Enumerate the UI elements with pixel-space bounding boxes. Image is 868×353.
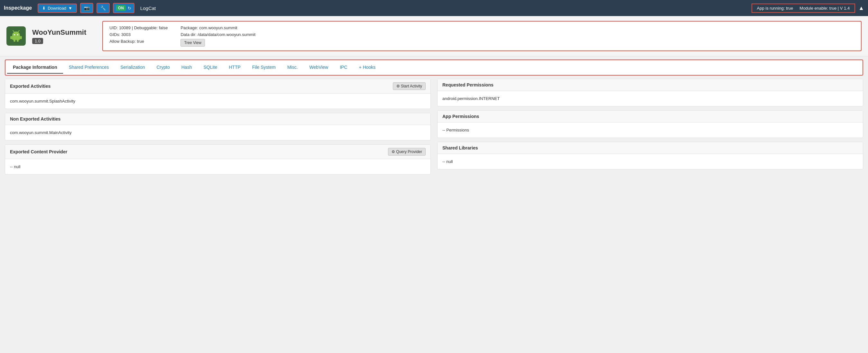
list-item: -- null <box>442 158 858 165</box>
list-item: -- Permissions <box>442 126 858 134</box>
list-item: com.wooyun.summit.SplashActivity <box>10 97 426 105</box>
app-running-status: App is running: true <box>757 6 793 10</box>
logcat-button[interactable]: LogCat <box>138 4 158 12</box>
section-title-exported-content-provider: Exported Content Provider <box>10 149 67 154</box>
section-non-exported-activities: Non Exported Activitiescom.wooyun.summit… <box>5 113 431 140</box>
app-icon <box>6 26 26 46</box>
collapse-button[interactable]: ▲ <box>858 5 864 11</box>
section-content-exported-activities: com.wooyun.summit.SplashActivity <box>5 94 430 109</box>
content-area: Exported Activities⚙ Start Activitycom.w… <box>0 79 868 179</box>
app-details-box: UID: 10089 | Debuggable: false GIDs: 300… <box>102 21 862 51</box>
section-exported-content-provider: Exported Content Provider⚙ Query Provide… <box>5 145 431 174</box>
svg-rect-7 <box>20 36 22 39</box>
tab-shared-preferences[interactable]: Shared Preferences <box>63 61 115 74</box>
section-title-shared-libraries: Shared Libraries <box>442 145 478 151</box>
section-title-non-exported-activities: Non Exported Activities <box>10 117 60 122</box>
section-title-requested-permissions: Requested Permissions <box>442 82 494 88</box>
tab---hooks[interactable]: + Hooks <box>353 61 381 74</box>
app-gids: GIDs: 3003 <box>110 32 167 37</box>
app-details-right: Package: com.wooyun.summit Data dir: /da… <box>181 25 255 46</box>
right-column: Requested Permissionsandroid.permission.… <box>434 79 863 179</box>
section-content-app-permissions: -- Permissions <box>438 123 863 138</box>
wrench-icon: 🔧 <box>100 5 106 10</box>
svg-rect-8 <box>13 39 16 42</box>
svg-line-4 <box>13 31 14 32</box>
app-package: Package: com.wooyun.summit <box>181 25 255 30</box>
logcat-label: LogCat <box>140 5 156 11</box>
section-title-app-permissions: App Permissions <box>442 114 479 119</box>
section-shared-libraries: Shared Libraries-- null <box>437 142 863 169</box>
section-content-exported-content-provider: -- null <box>5 159 430 174</box>
section-title-exported-activities: Exported Activities <box>10 84 51 89</box>
chevron-up-icon: ▲ <box>858 5 864 11</box>
status-bar: App is running: true Module enable: true… <box>751 3 856 13</box>
section-header-non-exported-activities: Non Exported Activities <box>5 113 430 125</box>
tab-package-information[interactable]: Package Information <box>7 61 63 74</box>
tab-ipc[interactable]: IPC <box>334 61 353 74</box>
camera-button[interactable]: 📷 <box>80 3 93 13</box>
section-content-non-exported-activities: com.wooyun.summit.MainActivity <box>5 125 430 140</box>
list-item: com.wooyun.summit.MainActivity <box>10 129 426 136</box>
tab-crypto[interactable]: Crypto <box>151 61 176 74</box>
section-btn-exported-content-provider[interactable]: ⚙ Query Provider <box>388 148 426 156</box>
section-content-requested-permissions: android.permission.INTERNET <box>438 91 863 106</box>
dropdown-arrow-icon: ▼ <box>68 6 72 10</box>
section-header-exported-content-provider: Exported Content Provider⚙ Query Provide… <box>5 145 430 159</box>
tab-hash[interactable]: Hash <box>176 61 198 74</box>
list-item: android.permission.INTERNET <box>442 95 858 102</box>
app-uid: UID: 10089 | Debuggable: false <box>110 25 167 30</box>
section-header-app-permissions: App Permissions <box>438 110 863 123</box>
camera-icon: 📷 <box>84 5 89 10</box>
svg-rect-1 <box>12 35 20 40</box>
wrench-button[interactable]: 🔧 <box>96 3 110 13</box>
app-name: WooYunSummit <box>32 28 86 37</box>
tab-http[interactable]: HTTP <box>223 61 246 74</box>
svg-line-5 <box>18 31 19 32</box>
download-button[interactable]: ⬇ Download ▼ <box>38 3 77 13</box>
app-details-left: UID: 10089 | Debuggable: false GIDs: 300… <box>110 25 167 46</box>
section-exported-activities: Exported Activities⚙ Start Activitycom.w… <box>5 79 431 109</box>
section-header-exported-activities: Exported Activities⚙ Start Activity <box>5 79 430 94</box>
section-header-shared-libraries: Shared Libraries <box>438 142 863 154</box>
tree-view-button[interactable]: Tree View <box>181 39 205 46</box>
section-header-requested-permissions: Requested Permissions <box>438 79 863 91</box>
tab-misc-[interactable]: Misc. <box>281 61 304 74</box>
tabs-container: Package InformationShared PreferencesSer… <box>5 60 863 75</box>
download-icon: ⬇ <box>42 6 46 10</box>
svg-point-2 <box>14 34 15 35</box>
refresh-icon: ↻ <box>128 6 131 10</box>
toggle-button[interactable]: ON ↻ <box>113 3 134 13</box>
app-data-dir: Data dir: /data/data/com.wooyun.summit <box>181 32 255 37</box>
header: Inspeckage ⬇ Download ▼ 📷 🔧 ON ↻ LogCat … <box>0 0 868 16</box>
app-name-block: WooYunSummit 1.0 <box>32 28 86 44</box>
svg-rect-6 <box>10 36 12 39</box>
app-title: Inspeckage <box>4 5 32 11</box>
module-status: Module enable: true | V 1.4 <box>800 6 850 10</box>
list-item: -- null <box>10 163 426 170</box>
tab-sqlite[interactable]: SQLite <box>197 61 223 74</box>
svg-rect-9 <box>17 39 19 42</box>
toggle-on-label: ON <box>116 5 126 11</box>
tab-serialization[interactable]: Serialization <box>115 61 151 74</box>
section-app-permissions: App Permissions-- Permissions <box>437 110 863 138</box>
tab-file-system[interactable]: File System <box>246 61 281 74</box>
svg-point-3 <box>17 34 18 35</box>
download-label: Download <box>48 6 66 10</box>
app-info-section: WooYunSummit 1.0 UID: 10089 | Debuggable… <box>0 16 868 56</box>
section-content-shared-libraries: -- null <box>438 154 863 169</box>
section-btn-exported-activities[interactable]: ⚙ Start Activity <box>393 82 426 90</box>
tab-webview[interactable]: WebView <box>304 61 334 74</box>
app-allow-backup: Allow Backup: true <box>110 39 167 44</box>
section-requested-permissions: Requested Permissionsandroid.permission.… <box>437 79 863 106</box>
left-column: Exported Activities⚙ Start Activitycom.w… <box>5 79 434 179</box>
app-version: 1.0 <box>32 38 43 44</box>
